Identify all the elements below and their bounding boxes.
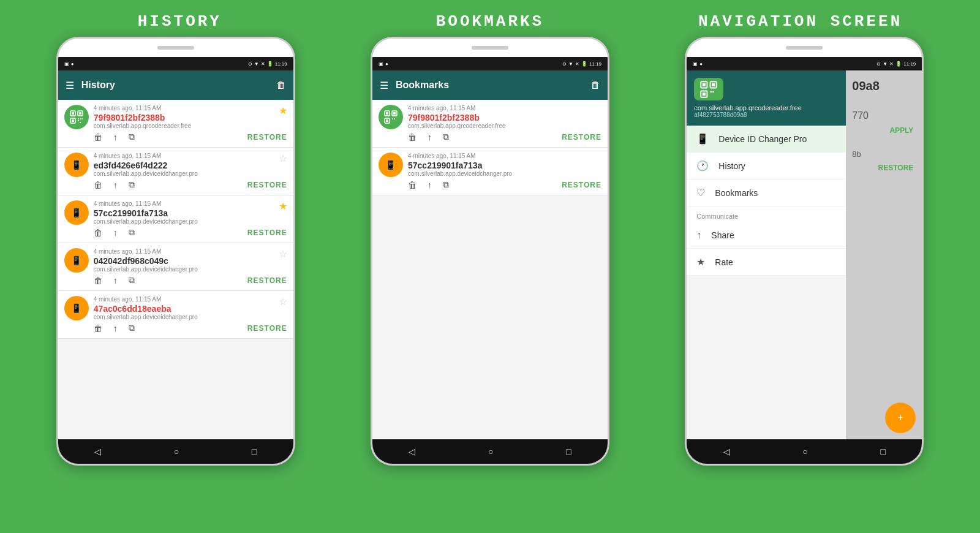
nav-item-share[interactable]: ↑ Share — [687, 222, 846, 249]
hamburger-icon[interactable]: ☰ — [66, 80, 74, 91]
share-icon-4[interactable]: ↑ — [113, 276, 118, 285]
svg-rect-26 — [710, 91, 712, 93]
star-empty-icon-2[interactable]: ☆ — [279, 153, 287, 164]
overlay-partial-id2: 770 — [852, 108, 916, 124]
bm-delete-icon-1[interactable]: 🗑 — [408, 132, 417, 142]
history-item-2: 📱 4 minutes ago, 11:15 AM ed3fd426e6f4d2… — [58, 148, 293, 195]
nav-item-history-label: History — [718, 161, 745, 171]
overlay-restore-label[interactable]: RESTORE — [852, 161, 916, 175]
item-timestamp-2: 4 minutes ago, 11:15 AM — [94, 153, 274, 159]
delete-all-icon[interactable]: 🗑 — [276, 80, 286, 91]
qr-bm-icon-1 — [379, 105, 403, 129]
bookmarks-nav-icon: ♡ — [696, 187, 705, 198]
star-filled-icon-3[interactable]: ★ — [279, 200, 287, 212]
signal-icon-nav: ✕ — [889, 61, 894, 67]
minus-icon-nav: ⊖ — [876, 61, 881, 67]
share-icon-1[interactable]: ↑ — [113, 132, 118, 142]
item-id-4: 042042df968c049c — [94, 256, 274, 266]
copy-icon-5[interactable]: ⧉ — [129, 323, 135, 333]
back-nav-icon-bm[interactable]: ◁ — [409, 447, 415, 456]
share-icon-2[interactable]: ↑ — [113, 180, 118, 190]
recent-nav-icon-bm[interactable]: □ — [566, 447, 571, 456]
item-id-5: 47ac0c6dd18eaeba — [94, 304, 274, 314]
bm-restore-btn-1[interactable]: RESTORE — [562, 133, 601, 142]
recent-nav-icon[interactable]: □ — [252, 447, 257, 456]
star-filled-icon-1[interactable]: ★ — [279, 105, 287, 116]
restore-btn-2[interactable]: RESTORE — [247, 181, 287, 189]
restore-btn-3[interactable]: RESTORE — [247, 229, 287, 237]
star-empty-icon-4[interactable]: ☆ — [279, 248, 287, 260]
back-nav-icon-nav[interactable]: ◁ — [723, 447, 730, 456]
delete-all-icon-bm[interactable]: 🗑 — [590, 80, 600, 91]
delete-icon-5[interactable]: 🗑 — [94, 323, 102, 333]
nav-item-device-id-label: Device ID Changer Pro — [718, 134, 807, 144]
home-nav-icon-bm[interactable]: ○ — [488, 447, 493, 456]
bm-restore-btn-2[interactable]: RESTORE — [562, 181, 601, 189]
item-timestamp-3: 4 minutes ago, 11:15 AM — [94, 200, 274, 207]
item-package-5: com.silverlab.app.deviceidchanger.pro — [94, 314, 274, 320]
hamburger-icon-bm[interactable]: ☰ — [380, 80, 388, 91]
restore-btn-4[interactable]: RESTORE — [247, 276, 287, 285]
copy-icon-1[interactable]: ⧉ — [129, 132, 135, 142]
circle-icon: ● — [71, 61, 74, 67]
phone-speaker — [157, 46, 194, 50]
bookmark-item-2: 📱 4 minutes ago, 11:15 AM 57cc219901fa71… — [372, 148, 608, 195]
svg-rect-9 — [78, 120, 79, 121]
nav-item-history[interactable]: 🕐 History — [687, 153, 846, 180]
sim-icon: ▣ — [64, 61, 69, 67]
back-nav-icon[interactable]: ◁ — [94, 447, 101, 456]
bm-item-info-2: 4 minutes ago, 11:15 AM 57cc219901fa713a… — [408, 153, 601, 177]
delete-icon-3[interactable]: 🗑 — [94, 228, 102, 238]
item-actions-5: 🗑 ↑ ⧉ RESTORE — [64, 323, 287, 333]
nav-item-share-label: Share — [711, 230, 734, 240]
recent-nav-icon-nav[interactable]: □ — [881, 447, 886, 456]
navigation-section-title: NAVIGATION SCREEN — [647, 12, 954, 31]
home-nav-icon[interactable]: ○ — [174, 447, 179, 456]
home-nav-icon-nav[interactable]: ○ — [802, 447, 807, 456]
circle-icon-nav: ● — [699, 61, 703, 67]
nav-item-rate[interactable]: ★ Rate — [687, 249, 846, 276]
bm-item-info-1: 4 minutes ago, 11:15 AM 79f9801f2bf2388b… — [408, 105, 601, 129]
bm-copy-icon-2[interactable]: ⧉ — [443, 180, 449, 190]
overlay-apply-label[interactable]: APPLY — [852, 124, 916, 137]
item-package-1: com.silverlab.app.qrcodereader.free — [94, 123, 274, 129]
share-icon-5[interactable]: ↑ — [113, 323, 118, 333]
battery-icon: 🔋 — [267, 61, 273, 67]
status-left-bm: ▣ ● — [379, 61, 388, 67]
wifi-icon: ▼ — [254, 61, 259, 67]
restore-btn-5[interactable]: RESTORE — [247, 324, 287, 333]
star-empty-icon-5[interactable]: ☆ — [279, 296, 287, 308]
circle-icon-bm: ● — [385, 61, 388, 67]
bm-delete-icon-2[interactable]: 🗑 — [408, 180, 417, 190]
delete-icon-2[interactable]: 🗑 — [94, 180, 102, 190]
nav-item-rate-label: Rate — [715, 257, 733, 267]
svg-rect-13 — [386, 112, 388, 115]
time-display-bm: 11:19 — [589, 61, 601, 67]
svg-rect-11 — [81, 120, 83, 123]
nav-item-device-id-changer[interactable]: 📱 Device ID Changer Pro — [687, 126, 846, 153]
nav-item-bookmarks[interactable]: ♡ Bookmarks — [687, 180, 846, 206]
share-icon-3[interactable]: ↑ — [113, 228, 118, 238]
copy-icon-2[interactable]: ⧉ — [129, 180, 135, 190]
svg-rect-19 — [394, 118, 395, 119]
time-display-nav: 11:19 — [903, 61, 916, 67]
svg-rect-8 — [81, 118, 83, 119]
restore-btn-1[interactable]: RESTORE — [247, 133, 287, 142]
bm-share-icon-2[interactable]: ↑ — [428, 180, 432, 190]
time-display: 11:19 — [275, 61, 287, 67]
copy-icon-3[interactable]: ⧉ — [129, 227, 135, 238]
bm-share-icon-1[interactable]: ↑ — [428, 132, 432, 142]
item-info-5: 4 minutes ago, 11:15 AM 47ac0c6dd18eaeba… — [94, 296, 274, 320]
fab-button[interactable]: + — [885, 403, 916, 433]
rate-nav-icon: ★ — [696, 256, 705, 268]
bookmarks-section-title: BOOKMARKS — [336, 12, 644, 31]
delete-icon-4[interactable]: 🗑 — [94, 276, 102, 285]
copy-icon-4[interactable]: ⧉ — [129, 275, 135, 285]
delete-icon-1[interactable]: 🗑 — [94, 132, 102, 142]
svg-rect-25 — [703, 93, 706, 96]
item-actions-4: 🗑 ↑ ⧉ RESTORE — [64, 275, 287, 285]
bm-copy-icon-1[interactable]: ⧉ — [443, 132, 449, 142]
minus-icon: ⊖ — [248, 61, 252, 67]
status-bar-bookmarks: ▣ ● ⊖ ▼ ✕ 🔋 11:19 — [372, 57, 608, 70]
battery-icon-bm: 🔋 — [581, 61, 587, 67]
